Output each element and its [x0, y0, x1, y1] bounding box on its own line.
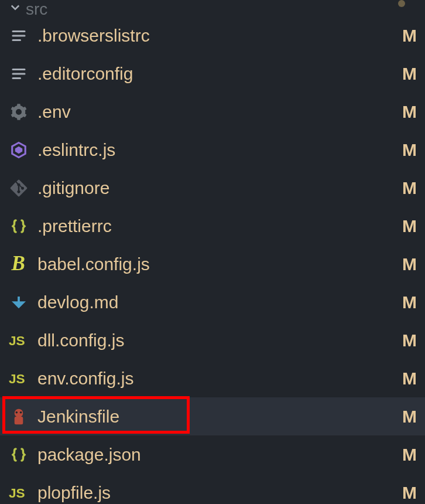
svg-rect-6: [15, 417, 23, 424]
file-label: .prettierrc: [37, 216, 402, 236]
folder-status-dot: [398, 0, 405, 7]
git-status-badge: M: [402, 140, 417, 160]
file-label: env.config.js: [37, 369, 402, 389]
file-label: plopfile.js: [37, 483, 402, 503]
file-browserslistrc[interactable]: .browserslistrc M: [0, 16, 425, 55]
file-jenkinsfile[interactable]: Jenkinsfile M: [0, 397, 425, 435]
lines-icon: [8, 63, 29, 84]
git-status-badge: M: [402, 445, 417, 465]
file-env[interactable]: .env M: [0, 93, 425, 131]
svg-text:B: B: [11, 254, 25, 275]
lines-icon: [8, 25, 29, 46]
git-icon: [8, 178, 29, 199]
file-gitignore[interactable]: .gitignore M: [0, 169, 425, 207]
git-status-badge: M: [402, 331, 417, 350]
eslint-icon: [8, 139, 29, 161]
git-status-badge: M: [402, 407, 417, 427]
file-label: .browserslistrc: [37, 26, 402, 46]
git-status-badge: M: [402, 369, 417, 389]
file-babel-config[interactable]: B babel.config.js M: [0, 245, 425, 283]
git-status-badge: M: [402, 483, 417, 503]
svg-point-5: [15, 408, 23, 417]
git-status-badge: M: [402, 102, 417, 122]
file-label: babel.config.js: [37, 254, 402, 274]
svg-text:JS: JS: [9, 370, 25, 386]
file-plopfile[interactable]: JS plopfile.js M: [0, 474, 425, 504]
file-dll-config[interactable]: JS dll.config.js M: [0, 321, 425, 359]
file-label: .gitignore: [37, 178, 402, 198]
git-status-badge: M: [402, 64, 417, 84]
braces-icon: [8, 444, 29, 465]
file-label: .eslintrc.js: [37, 140, 402, 160]
folder-label: src: [26, 0, 398, 16]
file-prettierrc[interactable]: .prettierrc M: [0, 207, 425, 245]
js-icon: JS: [8, 330, 29, 351]
svg-point-8: [20, 411, 22, 413]
js-icon: JS: [8, 368, 29, 389]
file-devlog[interactable]: devlog.md M: [0, 283, 425, 321]
file-env-config[interactable]: JS env.config.js M: [0, 359, 425, 397]
jenkins-icon: [8, 406, 29, 427]
svg-marker-1: [15, 146, 23, 154]
git-status-badge: M: [402, 216, 417, 236]
file-label: package.json: [37, 445, 402, 465]
file-label: Jenkinsfile: [37, 407, 402, 427]
file-eslintrc[interactable]: .eslintrc.js M: [0, 131, 425, 169]
file-label: devlog.md: [37, 292, 402, 312]
file-label: dll.config.js: [37, 331, 402, 350]
file-tree: src .browserslistrc M .editorconfig M .e…: [0, 0, 425, 504]
file-label: .editorconfig: [37, 64, 402, 84]
chevron-down-icon: [8, 0, 22, 14]
gear-icon: [8, 101, 29, 122]
markdown-icon: [8, 292, 29, 313]
git-status-badge: M: [402, 254, 417, 274]
file-package-json[interactable]: package.json M: [0, 435, 425, 474]
file-label: .env: [37, 102, 402, 122]
svg-text:JS: JS: [9, 485, 25, 500]
svg-text:JS: JS: [9, 332, 25, 348]
babel-icon: B: [8, 254, 29, 275]
git-status-badge: M: [402, 178, 417, 198]
folder-src[interactable]: src: [0, 0, 425, 16]
git-status-badge: M: [402, 292, 417, 312]
svg-point-7: [16, 411, 18, 413]
file-editorconfig[interactable]: .editorconfig M: [0, 55, 425, 93]
git-status-badge: M: [402, 26, 417, 46]
braces-icon: [8, 216, 29, 237]
js-icon: JS: [8, 482, 29, 503]
